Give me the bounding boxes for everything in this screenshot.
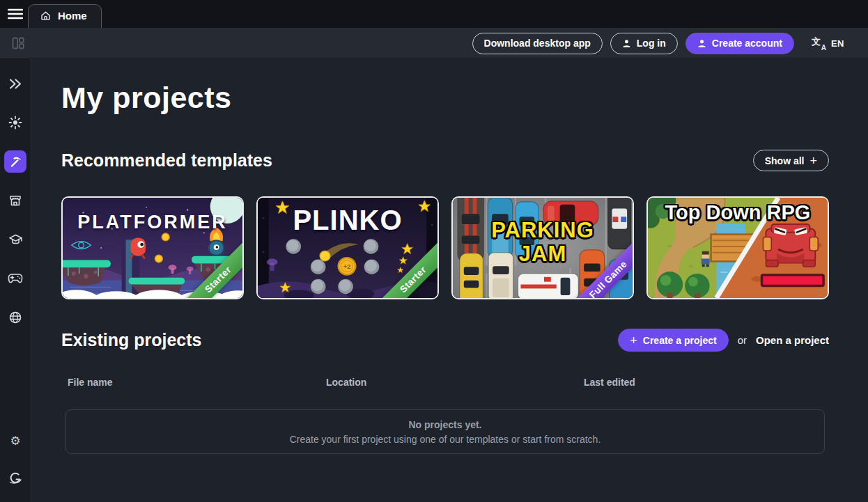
sidebar-item-get-started[interactable] [4, 111, 26, 134]
gear-icon: ⚙ [10, 435, 20, 447]
hamburger-icon [8, 8, 23, 19]
main-menu-button[interactable] [0, 0, 31, 28]
sidebar-item-expand-panel[interactable] [4, 72, 26, 95]
login-button[interactable]: Log in [610, 33, 678, 54]
template-card-platformer[interactable]: PLATFORMER Starter [61, 196, 244, 299]
projects-table-header: File name Location Last edited [65, 377, 825, 388]
spark-icon [8, 116, 22, 130]
template-card-parking-jam[interactable]: PARKING JAM Full Game [451, 196, 634, 299]
language-selector[interactable]: 文A EN [812, 36, 844, 50]
or-label: or [738, 334, 747, 346]
empty-state-line2: Create your first project using one of o… [290, 434, 601, 445]
plus-icon: + [630, 334, 637, 347]
templates-section-title: Recommended templates [61, 150, 272, 171]
download-desktop-app-label: Download desktop app [484, 38, 591, 49]
double-chevron-right-icon [8, 78, 22, 90]
empty-state-line1: No projects yet. [408, 419, 481, 430]
person-icon [697, 39, 706, 48]
plus-icon: + [809, 155, 817, 167]
column-header-last-edited: Last edited [584, 377, 825, 388]
main-content: My projects Recommended templates Show a… [32, 59, 868, 502]
home-icon [40, 10, 52, 22]
show-all-button[interactable]: Show all + [753, 150, 829, 171]
projects-section-title: Existing projects [61, 330, 201, 350]
plinko-coin-label: +2 [343, 263, 351, 270]
top-down-rpg-card-art [648, 198, 828, 298]
column-header-location: Location [326, 377, 584, 388]
sidebar-item-community[interactable] [4, 306, 26, 329]
download-desktop-app-button[interactable]: Download desktop app [472, 33, 603, 54]
page-title: My projects [61, 81, 829, 115]
sidebar-item-build[interactable] [4, 150, 26, 173]
empty-projects-placeholder: No projects yet. Create your first proje… [65, 409, 825, 454]
header-toolbar: Download desktop app Log in Create accou… [0, 28, 868, 59]
sidebar-item-preferences[interactable]: ⚙ [4, 430, 26, 452]
sidebar-item-play[interactable] [4, 267, 26, 290]
sidebar-item-about-gdevelop[interactable] [4, 467, 26, 489]
create-project-label: Create a project [643, 335, 717, 346]
game-controller-icon [8, 273, 23, 284]
template-card-top-down-rpg[interactable]: Top Down RPG [646, 196, 829, 299]
person-icon [622, 39, 631, 48]
login-label: Log in [637, 38, 666, 49]
tab-bar: Home [0, 0, 868, 28]
open-project-button[interactable]: Open a project [756, 334, 829, 346]
create-account-button[interactable]: Create account [685, 33, 794, 54]
graduation-cap-icon [8, 233, 23, 246]
create-project-button[interactable]: + Create a project [618, 329, 728, 352]
template-cards: PLATFORMER Starter [61, 196, 829, 299]
sidebar-item-shop[interactable] [4, 189, 26, 212]
storefront-icon [8, 194, 22, 207]
tab-home[interactable]: Home [28, 4, 102, 29]
sidebar-item-learn[interactable] [4, 228, 26, 251]
translate-icon: 文A [812, 36, 826, 50]
layout-panels-icon [11, 36, 25, 50]
language-label: EN [831, 38, 844, 49]
gdevelop-logo-icon [8, 471, 22, 485]
globe-icon [8, 311, 22, 324]
column-header-file-name: File name [65, 377, 326, 388]
template-card-plinko[interactable]: +2 PLINKO Starter [256, 196, 439, 299]
show-all-label: Show all [765, 155, 805, 166]
sidebar: ⚙ [0, 59, 31, 502]
tab-home-label: Home [58, 10, 87, 22]
toggle-panels-button[interactable] [8, 33, 29, 54]
create-account-label: Create account [712, 38, 782, 49]
pickaxe-icon [9, 155, 22, 168]
